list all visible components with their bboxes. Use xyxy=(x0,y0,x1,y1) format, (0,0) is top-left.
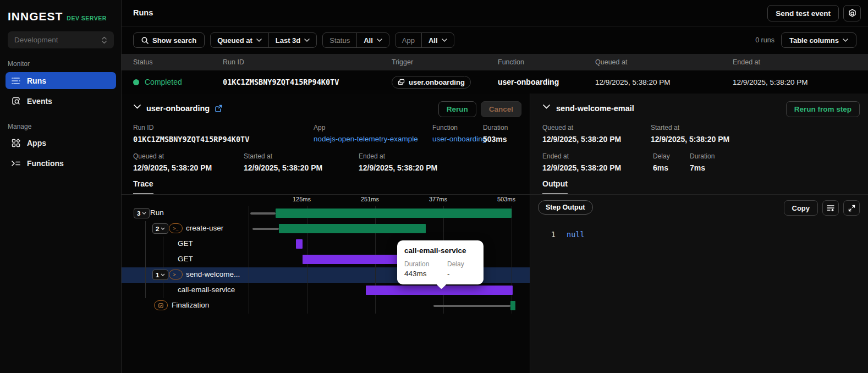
status-filter-dropdown[interactable]: All xyxy=(356,33,389,47)
trace-row-name: 3 Run xyxy=(122,206,249,221)
table-columns-button[interactable]: Table columns xyxy=(781,32,856,48)
status-filter-label: Status xyxy=(323,33,356,47)
rerun-button[interactable]: Rerun xyxy=(438,101,476,117)
sidebar-item-functions[interactable]: Functions xyxy=(6,155,116,172)
trace-row-name: GET xyxy=(122,252,249,267)
collapse-step-button[interactable] xyxy=(543,105,550,109)
sidebar-item-apps[interactable]: Apps xyxy=(6,134,116,151)
code-line: 1 null xyxy=(530,230,868,239)
sidebar-section-monitor: Monitor xyxy=(8,60,30,68)
ended-at-field: Ended at 12/9/2025, 5:38:20 PM xyxy=(359,152,437,172)
table-row[interactable]: Completed 01KC1ZMSBNY9ZQT415RP94K0TV use… xyxy=(122,70,868,94)
queued-at-value: 12/9/2025, 5:38:20 PM xyxy=(133,163,212,172)
chevron-down-icon xyxy=(377,39,382,42)
run-detail-tabbar: Trace xyxy=(122,177,530,195)
step-started-at-value: 12/9/2025, 5:38:20 PM xyxy=(651,135,729,144)
word-wrap-button[interactable] xyxy=(822,200,839,216)
tab-trace[interactable]: Trace xyxy=(133,179,153,194)
trace-span-bar[interactable] xyxy=(510,301,515,310)
cancel-button[interactable]: Cancel xyxy=(481,101,521,117)
run-detail-panel: user-onboarding Rerun Cancel Run ID 01KC… xyxy=(122,94,530,373)
settings-button[interactable] xyxy=(843,5,861,21)
trace-row-label: call-email-service xyxy=(178,286,235,294)
tab-output[interactable]: Output xyxy=(542,179,568,194)
axis-tick: 503ms xyxy=(488,196,515,202)
step-queued-at-value: 12/9/2025, 5:38:20 PM xyxy=(542,135,621,144)
send-test-event-button[interactable]: Send test event xyxy=(767,5,839,21)
trace-row-call-email-service[interactable]: call-email-service xyxy=(122,283,530,298)
ended-at-value: 12/9/2025, 5:38:20 PM xyxy=(359,163,437,172)
time-range-value: Last 3d xyxy=(276,36,301,45)
trigger-event-pill[interactable]: user.onboarding xyxy=(392,76,471,89)
trigger-cell: user.onboarding xyxy=(392,76,498,89)
environment-select[interactable]: Development xyxy=(8,31,114,48)
run-id-cell: 01KC1ZMSBNY9ZQT415RP94K0TV xyxy=(223,78,392,86)
step-queued-at-label: Queued at xyxy=(542,124,621,131)
chevron-down-icon xyxy=(442,39,447,42)
trace-row-track xyxy=(249,298,530,314)
logo: INNGEST DEV SERVER xyxy=(8,10,107,23)
external-link-icon[interactable] xyxy=(215,105,222,112)
step-delay-label: Delay xyxy=(653,152,670,160)
children-count-badge[interactable]: 2 xyxy=(152,223,168,234)
step-detail-header: send-welcome-email Rerun from step xyxy=(530,100,868,119)
app-filter-dropdown[interactable]: All xyxy=(421,33,454,47)
sidebar-item-label: Functions xyxy=(27,159,64,168)
apps-icon xyxy=(12,139,20,147)
trace-row-run[interactable]: 3 Run xyxy=(122,206,530,221)
collapse-run-button[interactable] xyxy=(134,105,141,109)
trace-row-finalization[interactable]: Finalization xyxy=(122,298,530,314)
trace-row-label: Finalization xyxy=(172,301,209,309)
sidebar-item-events[interactable]: Events xyxy=(6,92,116,109)
step-run-icon: >_ xyxy=(169,223,183,233)
trace-row-create-user[interactable]: 2 >_ create-user xyxy=(122,221,530,237)
step-started-at-label: Started at xyxy=(651,124,729,131)
app-label: App xyxy=(314,124,418,131)
trace-span-bar[interactable] xyxy=(276,209,512,218)
trace-queue-line xyxy=(433,305,510,307)
step-ended-at-label: Ended at xyxy=(542,152,621,160)
function-link[interactable]: user-onboarding xyxy=(432,135,486,143)
line-number: 1 xyxy=(530,230,556,239)
time-field-dropdown[interactable]: Queued at xyxy=(211,33,268,47)
chevron-down-icon xyxy=(161,273,165,276)
copy-button[interactable]: Copy xyxy=(784,200,818,216)
updown-chevron-icon xyxy=(101,36,107,44)
finalization-icon xyxy=(154,300,168,310)
table-header: Status Run ID Trigger Function Queued at… xyxy=(122,54,868,70)
queued-at-cell: 12/9/2025, 5:38:20 PM xyxy=(595,78,733,86)
events-icon xyxy=(12,97,20,105)
run-title-text: user-onboarding xyxy=(146,104,210,113)
show-search-button[interactable]: Show search xyxy=(133,32,205,48)
column-header-status: Status xyxy=(133,58,223,66)
time-range-dropdown[interactable]: Last 3d xyxy=(268,33,317,47)
status-completed-dot xyxy=(133,79,139,85)
trace-span-bar[interactable] xyxy=(279,224,426,233)
trace-waterfall: 125ms 251ms 377ms 503ms 3 Run xyxy=(122,195,530,373)
trace-row-name: call-email-service xyxy=(122,283,249,298)
step-duration-field: Duration 7ms xyxy=(690,152,715,172)
chevron-down-icon xyxy=(843,39,848,42)
trigger-event-name: user.onboarding xyxy=(409,78,465,86)
children-count-badge[interactable]: 1 xyxy=(152,270,168,280)
children-count-badge[interactable]: 3 xyxy=(134,208,150,218)
trace-row-track xyxy=(249,267,530,283)
expand-button[interactable] xyxy=(843,200,860,216)
output-code: 1 null xyxy=(530,230,868,239)
status-text: Completed xyxy=(145,78,182,86)
sidebar: INNGEST DEV SERVER Development Monitor R… xyxy=(0,0,122,373)
sidebar-item-label: Runs xyxy=(27,76,46,85)
sidebar-item-runs[interactable]: Runs xyxy=(6,72,116,89)
app-link[interactable]: nodejs-open-telemetry-example xyxy=(314,135,418,143)
started-at-field: Started at 12/9/2025, 5:38:20 PM xyxy=(244,152,322,172)
expand-icon xyxy=(848,205,855,212)
runs-icon xyxy=(12,77,20,85)
trace-row-name: GET xyxy=(122,237,249,252)
page-title: Runs xyxy=(133,8,153,17)
rerun-from-step-button[interactable]: Rerun from step xyxy=(786,101,860,117)
step-ended-at-field: Ended at 12/9/2025, 5:38:20 PM xyxy=(542,152,621,172)
chevron-down-icon xyxy=(304,39,310,42)
trace-span-bar[interactable] xyxy=(296,239,303,249)
trace-span-bar[interactable] xyxy=(303,255,402,264)
column-header-queued-at: Queued at xyxy=(595,58,733,66)
